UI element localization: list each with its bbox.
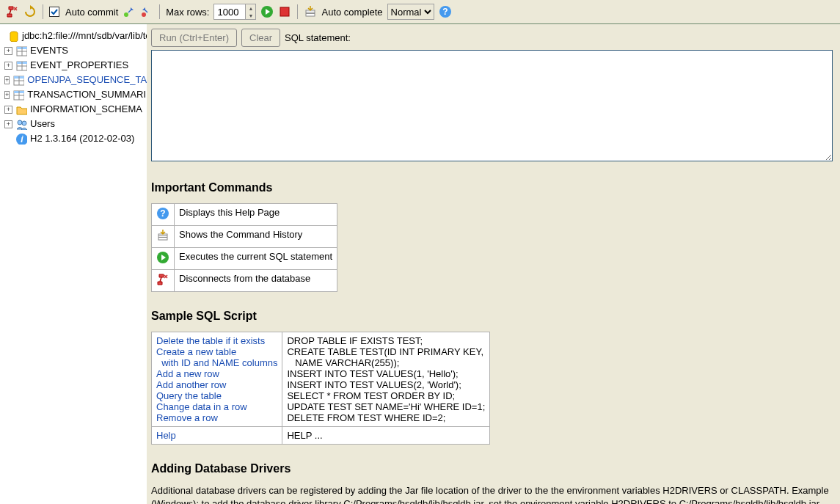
sample-link[interactable]: Delete the table if it exists — [156, 335, 277, 346]
expand-icon[interactable]: + — [4, 91, 10, 99]
max-rows-input[interactable]: ▲▼ — [213, 4, 256, 20]
sample-sql-line: CREATE TABLE TEST(ID INT PRIMARY KEY, — [287, 346, 485, 357]
tree-root[interactable]: jdbc:h2:file:///mnt/sdb/var/lib/tomcat — [1, 29, 145, 43]
tree-sidebar: jdbc:h2:file:///mnt/sdb/var/lib/tomcat +… — [0, 24, 147, 504]
tree-node-label: Users — [30, 117, 55, 131]
command-desc: Executes the current SQL statement — [175, 248, 337, 270]
command-row: Disconnects from the database — [152, 270, 337, 292]
table-icon — [12, 89, 24, 101]
expand-icon[interactable]: + — [4, 106, 12, 114]
max-rows-label: Max rows: — [166, 7, 209, 18]
version-label: H2 1.3.164 (2012-02-03) — [30, 132, 134, 145]
command-desc: Disconnects from the database — [175, 270, 337, 292]
sample-link[interactable]: Add another row — [156, 379, 277, 390]
sample-sql-line: INSERT INTO TEST VALUES(1, 'Hello'); — [287, 368, 485, 379]
sql-textarea[interactable] — [151, 50, 833, 161]
spin-down[interactable]: ▼ — [246, 12, 255, 19]
sample-sql-line: UPDATE TEST SET NAME='Hi' WHERE ID=1; — [287, 401, 485, 412]
command-row: Shows the Command History — [152, 226, 337, 248]
folder-icon — [15, 103, 27, 115]
clear-button[interactable]: Clear — [241, 29, 280, 47]
tree-node-label: EVENTS — [30, 44, 68, 57]
important-commands-table: Displays this Help PageShows the Command… — [151, 203, 337, 292]
tree-node[interactable]: +OPENJPA_SEQUENCE_TABLE — [1, 73, 145, 87]
content-pane: Run (Ctrl+Enter) Clear SQL statement: Im… — [147, 24, 840, 504]
run-icon[interactable] — [260, 5, 274, 18]
run-button[interactable]: Run (Ctrl+Enter) — [151, 29, 237, 47]
expand-icon[interactable]: + — [4, 76, 10, 84]
command-row: Displays this Help Page — [152, 204, 337, 226]
sample-sql-line: DROP TABLE IF EXISTS TEST; — [287, 335, 485, 346]
sample-link[interactable]: Add a new row — [156, 368, 277, 379]
sample-sql-line: INSERT INTO TEST VALUES(2, 'World'); — [287, 379, 485, 390]
sample-link[interactable]: with ID and NAME columns — [156, 357, 277, 368]
expand-icon[interactable]: + — [4, 62, 12, 70]
table-icon — [15, 59, 27, 71]
sample-sql-line: NAME VARCHAR(255)); — [287, 357, 485, 368]
separator — [297, 4, 298, 19]
sample-link[interactable]: Remove a row — [156, 412, 277, 423]
tree-node[interactable]: +EVENT_PROPERTIES — [1, 58, 145, 73]
tree-node-label: EVENT_PROPERTIES — [30, 59, 128, 72]
tree-node[interactable]: +TRANSACTION_SUMMARIES — [1, 87, 145, 102]
sample-script-table: Delete the table if it existsCreate a ne… — [151, 332, 490, 445]
expand-icon[interactable]: + — [4, 120, 12, 128]
commit-icon[interactable] — [123, 5, 136, 18]
table-icon — [12, 74, 24, 86]
heading-sample: Sample SQL Script — [151, 310, 833, 323]
sample-link[interactable]: Query the table — [156, 390, 277, 401]
tree-node-label: TRANSACTION_SUMMARIES — [27, 88, 147, 101]
command-desc: Shows the Command History — [175, 226, 337, 248]
command-desc: Displays this Help Page — [175, 204, 337, 226]
tree-version: H2 1.3.164 (2012-02-03) — [1, 131, 145, 146]
sample-help-sql: HELP ... — [282, 427, 490, 445]
auto-complete-label: Auto complete — [321, 7, 382, 18]
tree-node[interactable]: +EVENTS — [1, 43, 145, 58]
auto-complete-select[interactable]: Normal — [387, 4, 434, 20]
command-row: Executes the current SQL statement — [152, 248, 337, 270]
separator — [43, 4, 43, 19]
drivers-paragraph: Additional database drivers can be regis… — [151, 484, 833, 504]
sample-sql-line: SELECT * FROM TEST ORDER BY ID; — [287, 390, 485, 401]
max-rows-field[interactable] — [214, 4, 245, 19]
expand-icon[interactable]: + — [4, 47, 12, 55]
tree-node[interactable]: +INFORMATION_SCHEMA — [1, 102, 145, 117]
table-icon — [15, 45, 27, 56]
stop-icon[interactable] — [278, 5, 291, 18]
users-icon — [15, 118, 27, 130]
separator — [159, 4, 160, 19]
spin-up[interactable]: ▲ — [246, 4, 255, 12]
sample-help-link[interactable]: Help — [156, 430, 176, 441]
rollback-icon[interactable] — [140, 5, 153, 18]
database-icon — [7, 30, 19, 42]
run-icon[interactable] — [156, 251, 169, 264]
tree-node-label: INFORMATION_SCHEMA — [30, 103, 142, 116]
tree-node[interactable]: +Users — [1, 117, 145, 131]
sql-label: SQL statement: — [285, 32, 351, 43]
disconnect-icon[interactable] — [6, 5, 19, 18]
disconnect-icon[interactable] — [156, 273, 169, 286]
db-url: jdbc:h2:file:///mnt/sdb/var/lib/tomcat — [22, 29, 147, 43]
tree-node-link[interactable]: OPENJPA_SEQUENCE_TABLE — [27, 73, 147, 87]
sample-link[interactable]: Change data in a row — [156, 401, 277, 412]
help-icon[interactable] — [439, 5, 452, 18]
help-icon[interactable] — [156, 207, 169, 220]
heading-important: Important Commands — [151, 181, 833, 194]
history-icon[interactable] — [304, 5, 317, 18]
sample-sql-line: DELETE FROM TEST WHERE ID=2; — [287, 412, 485, 423]
toolbar: Auto commit Max rows: ▲▼ Auto complete N… — [0, 0, 840, 24]
sample-link[interactable]: Create a new table — [156, 346, 277, 357]
history-icon[interactable] — [156, 229, 169, 242]
auto-commit-label: Auto commit — [65, 7, 118, 18]
refresh-icon[interactable] — [23, 5, 37, 18]
auto-commit-checkbox[interactable] — [49, 7, 59, 17]
heading-drivers: Adding Database Drivers — [151, 462, 833, 475]
info-icon — [15, 133, 27, 145]
